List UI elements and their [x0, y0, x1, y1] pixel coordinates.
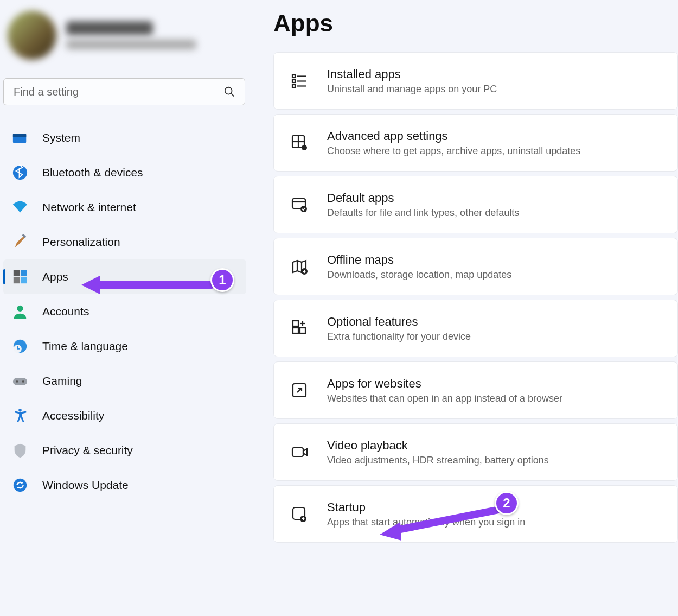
svg-rect-6 [14, 270, 20, 276]
update-icon [12, 477, 28, 493]
card-desc: Uninstall and manage apps on your PC [327, 84, 497, 95]
paintbrush-icon [12, 234, 28, 250]
card-title: Default apps [327, 191, 519, 205]
card-title: Advanced app settings [327, 129, 580, 143]
svg-rect-3 [13, 134, 26, 137]
card-title: Offline maps [327, 253, 511, 267]
nav-label: Accessibility [42, 409, 104, 422]
accessibility-icon [12, 408, 28, 424]
nav-item-privacy[interactable]: Privacy & security [3, 433, 246, 468]
search-input[interactable] [3, 78, 245, 105]
card-offline-maps[interactable]: Offline maps Downloads, storage location… [273, 238, 678, 295]
nav-label: Windows Update [42, 479, 129, 492]
list-icon [290, 72, 309, 90]
startup-icon [290, 505, 309, 523]
user-account-block[interactable] [3, 5, 246, 73]
annotation-arrow-1 [81, 272, 217, 300]
svg-marker-46 [380, 522, 401, 541]
card-title: Installed apps [327, 67, 497, 81]
svg-rect-7 [21, 270, 27, 276]
svg-rect-20 [292, 85, 295, 87]
svg-rect-40 [292, 448, 303, 456]
apps-icon [12, 269, 28, 285]
card-title: Optional features [327, 315, 471, 329]
settings-card-list: Installed apps Uninstall and manage apps… [273, 52, 678, 543]
page-title: Apps [273, 10, 678, 37]
gamepad-icon [12, 373, 28, 389]
nav-label: Time & language [42, 340, 128, 353]
nav-item-accessibility[interactable]: Accessibility [3, 398, 246, 433]
nav-label: Personalization [42, 236, 120, 249]
annotation-arrow-2 [380, 505, 504, 539]
open-external-icon [290, 381, 309, 399]
svg-point-16 [18, 409, 22, 412]
card-title: Video playback [327, 439, 549, 453]
nav-item-bluetooth[interactable]: Bluetooth & devices [3, 155, 246, 190]
search-icon [223, 86, 235, 98]
svg-point-0 [225, 87, 232, 94]
svg-rect-9 [21, 277, 27, 283]
search-wrap [3, 78, 246, 105]
person-icon [12, 303, 28, 320]
nav-label: Bluetooth & devices [42, 166, 143, 179]
nav-item-windows-update[interactable]: Windows Update [3, 468, 246, 503]
card-apps-for-websites[interactable]: Apps for websites Websites that can open… [273, 361, 678, 419]
shield-icon [12, 442, 28, 459]
wifi-icon [12, 199, 28, 215]
avatar [8, 11, 56, 60]
annotation-badge-2: 2 [495, 491, 519, 515]
svg-rect-19 [292, 80, 295, 82]
card-desc: Video adjustments, HDR streaming, batter… [327, 455, 549, 466]
nav-item-personalization[interactable]: Personalization [3, 225, 246, 259]
map-download-icon [290, 257, 309, 276]
nav-label: Apps [42, 270, 68, 283]
card-desc: Extra functionality for your device [327, 331, 471, 342]
nav-item-gaming[interactable]: Gaming [3, 364, 246, 398]
card-title: Apps for websites [327, 377, 562, 391]
card-desc: Websites that can open in an app instead… [327, 393, 562, 404]
svg-point-15 [22, 380, 24, 383]
nav-label: System [42, 131, 80, 144]
svg-point-10 [17, 306, 23, 312]
card-optional-features[interactable]: Optional features Extra functionality fo… [273, 300, 678, 357]
nav-label: Privacy & security [42, 444, 133, 457]
grid-plus-icon [290, 319, 309, 338]
nav-item-time-language[interactable]: Time & language [3, 329, 246, 364]
annotation-badge-1: 1 [210, 268, 234, 292]
nav-item-system[interactable]: System [3, 120, 246, 155]
svg-line-1 [231, 93, 234, 96]
svg-rect-8 [14, 277, 20, 283]
system-icon [12, 130, 28, 146]
card-desc: Defaults for file and link types, other … [327, 207, 519, 219]
card-default-apps[interactable]: Default apps Defaults for file and link … [273, 176, 678, 233]
svg-rect-13 [13, 378, 27, 385]
nav-label: Accounts [42, 305, 89, 318]
svg-rect-36 [293, 321, 298, 326]
svg-line-45 [393, 510, 496, 531]
nav-item-network[interactable]: Network & internet [3, 190, 246, 225]
globe-clock-icon [12, 338, 28, 354]
card-advanced-app-settings[interactable]: Advanced app settings Choose where to ge… [273, 114, 678, 172]
card-desc: Downloads, storage location, map updates [327, 269, 511, 281]
video-icon [290, 443, 309, 461]
grid-gear-icon [290, 134, 309, 152]
card-installed-apps[interactable]: Installed apps Uninstall and manage apps… [273, 52, 678, 110]
svg-point-14 [16, 380, 18, 383]
card-video-playback[interactable]: Video playback Video adjustments, HDR st… [273, 423, 678, 481]
svg-marker-44 [81, 276, 100, 294]
svg-rect-18 [292, 75, 295, 78]
window-check-icon [290, 195, 309, 214]
bluetooth-icon [12, 164, 28, 181]
nav-label: Gaming [42, 374, 82, 388]
user-name-redacted [66, 21, 196, 49]
sidebar: System Bluetooth & devices Network & int… [0, 0, 250, 616]
svg-rect-35 [300, 328, 305, 333]
svg-rect-34 [293, 328, 298, 333]
card-desc: Choose where to get apps, archive apps, … [327, 145, 580, 157]
svg-point-4 [13, 166, 27, 180]
nav-list: System Bluetooth & devices Network & int… [3, 120, 246, 503]
svg-point-17 [14, 479, 27, 492]
svg-point-27 [302, 145, 307, 150]
nav-label: Network & internet [42, 201, 136, 214]
